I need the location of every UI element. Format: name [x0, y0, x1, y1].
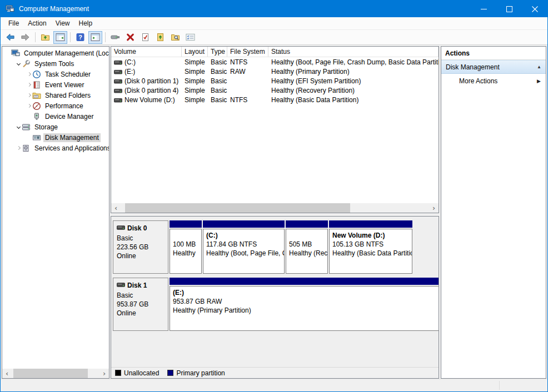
tree-item-device-manager[interactable]: Device Manager: [2, 111, 109, 122]
actions-group-disk-management[interactable]: Disk Management ▲: [441, 60, 546, 74]
minimize-icon[interactable]: [471, 1, 496, 17]
tree-item-task-scheduler[interactable]: Task Scheduler: [2, 69, 109, 79]
properties-list-icon[interactable]: [183, 31, 197, 44]
column-header-status[interactable]: Status: [268, 47, 439, 57]
menu-file[interactable]: File: [4, 18, 23, 29]
tree-item-services-and-applications[interactable]: Services and Applications: [2, 143, 109, 153]
computer-icon: [11, 49, 21, 58]
disk-label-panel[interactable]: Disk 0Basic223.56 GBOnline: [113, 220, 168, 274]
expander-collapsed-icon[interactable]: [26, 73, 32, 76]
expander-collapsed-icon[interactable]: [26, 94, 32, 97]
volume-row[interactable]: (Disk 0 partition 4)SimpleBasicHealthy (…: [111, 86, 439, 95]
expander-collapsed-icon[interactable]: [15, 147, 22, 149]
menu-action[interactable]: Action: [23, 18, 51, 29]
device-manager-icon: [32, 112, 42, 121]
menu-bar: FileActionViewHelp: [1, 17, 547, 30]
disk-label-panel[interactable]: Disk 1Basic953.87 GBOnline: [113, 278, 168, 331]
partition-size: 505 MB: [289, 240, 325, 249]
tree-item-shared-folders[interactable]: 22Shared Folders: [2, 90, 109, 100]
partition-box[interactable]: New Volume (D:)105.13 GB NTFSHealthy (Ba…: [329, 229, 412, 274]
volume-row[interactable]: (Disk 0 partition 1)SimpleBasicHealthy (…: [111, 76, 439, 86]
menu-help[interactable]: Help: [74, 18, 97, 29]
partition-size: 100 MB: [173, 240, 198, 249]
column-header-file-system[interactable]: File System: [227, 47, 268, 57]
shared-folders-icon: 22: [32, 91, 42, 100]
expander-collapsed-icon[interactable]: [26, 83, 32, 86]
volume-list-pane: VolumeLayoutTypeFile SystemStatus (C:)Si…: [111, 46, 439, 213]
partitions: (E:)953.87 GB RAWHealthy (Primary Partit…: [170, 278, 439, 331]
mark-partition-active-icon[interactable]: [138, 31, 152, 44]
export-folder-icon[interactable]: [38, 31, 52, 44]
scroll-left-icon[interactable]: ‹: [2, 369, 12, 378]
volume-row[interactable]: (E:)SimpleBasicRAWHealthy (Primary Parti…: [111, 67, 439, 76]
remote-computer-icon[interactable]: [108, 31, 122, 44]
maximize-icon[interactable]: [496, 1, 522, 17]
partition[interactable]: 505 MBHealthy (Recovery Partition): [286, 220, 328, 274]
tree-item-storage[interactable]: Storage: [2, 122, 109, 132]
legend-item-unallocated: Unallocated: [115, 369, 159, 377]
disk-kind: Basic: [117, 234, 165, 243]
partition-box[interactable]: (E:)953.87 GB RAWHealthy (Primary Partit…: [170, 286, 439, 331]
scroll-right-icon[interactable]: ›: [99, 369, 109, 378]
partition[interactable]: 100 MBHealthy: [170, 220, 202, 274]
partition[interactable]: (E:)953.87 GB RAWHealthy (Primary Partit…: [170, 278, 439, 331]
volume-horizontal-scrollbar[interactable]: ‹ ›: [111, 203, 439, 213]
tree-item-event-viewer[interactable]: Event Viewer: [2, 79, 109, 90]
scroll-track[interactable]: [121, 203, 429, 213]
volume-cell-volume: New Volume (D:): [111, 96, 182, 104]
volume-icon: [114, 69, 122, 74]
volume-cell-volume: (Disk 0 partition 1): [111, 77, 182, 85]
back-icon[interactable]: [3, 31, 17, 44]
tree-item-computer-management-local[interactable]: Computer Management (Local: [2, 48, 109, 58]
volume-cell-type: Basic: [208, 77, 227, 85]
show-action-pane-icon[interactable]: [88, 31, 102, 44]
menu-view[interactable]: View: [51, 18, 74, 29]
legend-label: Unallocated: [124, 369, 159, 377]
forward-icon[interactable]: [18, 31, 32, 44]
partition-status: Healthy: [173, 249, 198, 258]
partition[interactable]: New Volume (D:)105.13 GB NTFSHealthy (Ba…: [329, 220, 412, 274]
collapse-icon[interactable]: ▲: [537, 64, 541, 69]
tree-item-performance[interactable]: Performance: [2, 100, 109, 111]
scroll-right-icon[interactable]: ›: [429, 203, 439, 213]
partition-box[interactable]: (C:)117.84 GB NTFSHealthy (Boot, Page Fi…: [203, 229, 285, 274]
tree-item-label: Services and Applications: [33, 144, 109, 153]
partition-box[interactable]: 505 MBHealthy (Recovery Partition): [286, 229, 328, 274]
volume-icon: [114, 78, 122, 84]
volume-cell-type: Basic: [208, 96, 227, 104]
tree-item-label: Task Scheduler: [43, 70, 92, 79]
volume-cell-status: Healthy (EFI System Partition): [268, 77, 439, 85]
scroll-thumb[interactable]: [13, 369, 88, 378]
expander-expanded-icon[interactable]: [15, 125, 22, 128]
scroll-track[interactable]: [12, 369, 99, 378]
delete-volume-icon[interactable]: [123, 31, 137, 44]
volume-row[interactable]: New Volume (D:)SimpleBasicNTFSHealthy (B…: [111, 95, 439, 104]
more-actions-item[interactable]: More Actions ▶: [441, 74, 546, 88]
close-icon[interactable]: [522, 1, 547, 17]
scroll-left-icon[interactable]: ‹: [111, 203, 121, 213]
volume-cell-layout: Simple: [182, 87, 208, 94]
upload-folder-icon[interactable]: [153, 31, 167, 44]
tree-item-system-tools[interactable]: System Tools: [2, 58, 109, 69]
show-console-tree-icon[interactable]: [53, 31, 67, 44]
partition-box[interactable]: 100 MBHealthy: [170, 229, 202, 274]
tree-item-disk-management[interactable]: Disk Management: [2, 132, 109, 143]
column-header-layout[interactable]: Layout: [182, 47, 208, 57]
expander-collapsed-icon[interactable]: [26, 104, 32, 107]
column-header-type[interactable]: Type: [208, 47, 227, 57]
partition[interactable]: (C:)117.84 GB NTFSHealthy (Boot, Page Fi…: [203, 220, 285, 274]
scroll-thumb[interactable]: [125, 203, 350, 213]
task-scheduler-icon: [32, 70, 42, 79]
search-folder-icon[interactable]: [168, 31, 182, 44]
disk-drive-icon: [117, 281, 125, 290]
expander-expanded-icon[interactable]: [15, 62, 22, 65]
help-icon[interactable]: ?: [73, 31, 87, 44]
volume-cell-layout: Simple: [182, 77, 208, 85]
tree-item-label: Event Viewer: [43, 81, 86, 89]
column-header-volume[interactable]: Volume: [111, 47, 182, 57]
volume-row[interactable]: (C:)SimpleBasicNTFSHealthy (Boot, Page F…: [111, 57, 439, 67]
tree-horizontal-scrollbar[interactable]: ‹ ›: [2, 369, 109, 378]
toolbar: ?: [1, 30, 547, 45]
partitions: 100 MBHealthy(C:)117.84 GB NTFSHealthy (…: [170, 220, 412, 274]
app-icon: [6, 4, 14, 13]
